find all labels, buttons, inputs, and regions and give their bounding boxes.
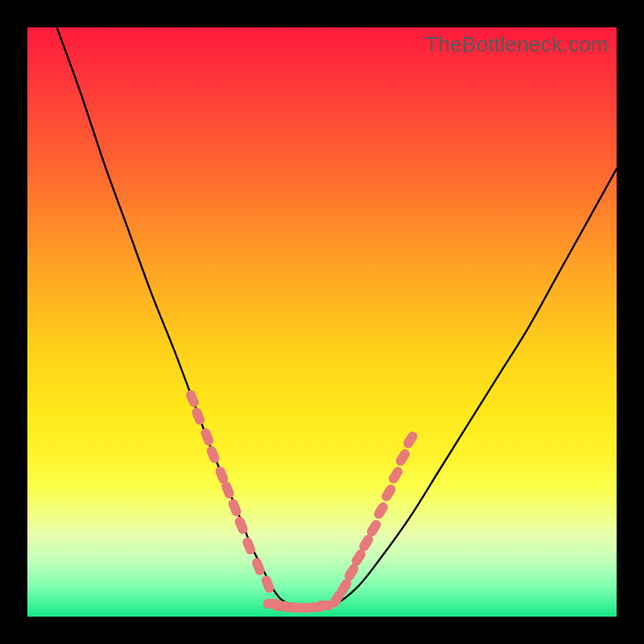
- curve-marker: [394, 448, 411, 468]
- chart-frame: TheBottleneck.com: [0, 0, 644, 644]
- curve-marker: [227, 497, 242, 518]
- plot-area: TheBottleneck.com: [27, 27, 617, 617]
- curve-marker: [372, 501, 390, 521]
- curve-marker: [402, 430, 419, 450]
- curve-marker: [205, 444, 221, 464]
- curve-marker: [316, 601, 334, 610]
- curve-marker: [200, 427, 215, 447]
- bottleneck-curve: [57, 27, 617, 608]
- curve-marker: [380, 483, 398, 503]
- marker-group: [184, 389, 419, 613]
- curve-marker: [260, 574, 275, 594]
- curve-marker: [387, 465, 405, 485]
- curve-marker: [184, 389, 200, 409]
- curve-marker: [191, 407, 206, 427]
- curve-svg: [27, 27, 617, 617]
- curve-marker: [250, 556, 266, 576]
